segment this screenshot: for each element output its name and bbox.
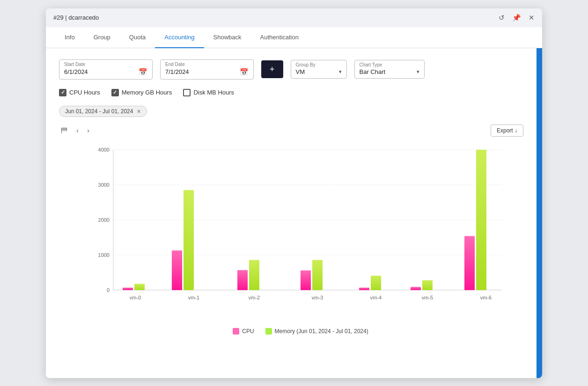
window-controls: ↺ 📌 ✕ [499, 14, 535, 22]
bar-chart-svg: 0 1000 2000 3000 4000 vm-0 [87, 145, 514, 323]
cpu-hours-check-icon: ✓ [61, 89, 65, 95]
start-date-value: 6/1/2024 [64, 68, 88, 75]
svg-rect-14 [172, 250, 182, 290]
svg-text:1000: 1000 [98, 252, 110, 258]
tab-showback[interactable]: Showback [204, 27, 251, 48]
checkboxes-row: ✓ CPU Hours ✓ Memory GB Hours Disk MB Ho… [59, 89, 523, 96]
bar-group-vm0: vm-0 [123, 284, 145, 300]
chart-type-label: Chart Type [360, 62, 419, 67]
date-range-pill: Jun 01, 2024 - Jul 01, 2024 × [59, 106, 147, 117]
window-title: #29 | dcarracedo [53, 14, 99, 21]
svg-text:vm-2: vm-2 [249, 295, 260, 300]
memory-gb-hours-check-icon: ✓ [113, 89, 117, 95]
cpu-hours-checkbox-box: ✓ [59, 89, 66, 96]
svg-rect-26 [411, 287, 421, 290]
chart-type-select[interactable]: Chart Type Bar Chart ▾ [354, 60, 425, 79]
bar-group-vm1: vm-1 [172, 190, 199, 300]
end-date-calendar-icon[interactable]: 📅 [240, 68, 249, 76]
date-range-close-icon[interactable]: × [137, 108, 140, 115]
svg-text:3000: 3000 [98, 182, 110, 188]
tab-bar: Info Group Quota Accounting Showback Aut… [46, 27, 542, 48]
svg-rect-27 [422, 280, 433, 290]
disk-mb-hours-checkbox[interactable]: Disk MB Hours [183, 89, 234, 96]
svg-text:vm-0: vm-0 [130, 295, 141, 300]
group-by-select[interactable]: Group By VM ▾ [291, 60, 347, 79]
close-icon[interactable]: ✕ [529, 14, 535, 22]
svg-text:vm-5: vm-5 [422, 295, 433, 300]
chart-type-chevron-icon: ▾ [417, 69, 419, 75]
start-date-field[interactable]: Start Date 6/1/2024 📅 [59, 59, 153, 80]
chart-area: 0 1000 2000 3000 4000 vm-0 [59, 140, 523, 367]
title-bar: #29 | dcarracedo ↺ 📌 ✕ [46, 8, 542, 27]
svg-text:vm-3: vm-3 [312, 295, 323, 300]
svg-rect-15 [184, 190, 194, 290]
memory-legend-label: Memory (Jun 01, 2024 - Jul 01, 2024) [275, 328, 368, 335]
memory-gb-hours-label: Memory GB Hours [122, 89, 172, 96]
tab-info[interactable]: Info [55, 27, 84, 48]
filter-icon[interactable]: ⛿ [59, 125, 70, 135]
start-date-calendar-icon[interactable]: 📅 [139, 68, 147, 76]
cpu-hours-label: CPU Hours [69, 89, 100, 96]
svg-rect-30 [476, 150, 486, 290]
bar-group-vm6: vm-6 [464, 150, 492, 300]
cpu-legend-label: CPU [242, 328, 254, 335]
chart-toolbar: ⛿ ‹ › Export ↓ [59, 124, 523, 137]
group-by-label: Group By [296, 62, 342, 67]
group-by-chevron-icon: ▾ [339, 69, 342, 75]
svg-rect-20 [301, 270, 311, 290]
svg-rect-11 [123, 287, 133, 290]
bar-group-vm4: vm-4 [359, 276, 382, 300]
prev-icon[interactable]: ‹ [74, 125, 81, 135]
chart-type-value: Bar Chart [360, 68, 386, 75]
start-date-label: Start Date [64, 62, 147, 67]
svg-rect-24 [371, 276, 381, 290]
legend-memory: Memory (Jun 01, 2024 - Jul 01, 2024) [265, 328, 368, 335]
chart-container: ⛿ ‹ › Export ↓ [59, 124, 523, 367]
content-area: Start Date 6/1/2024 📅 End Date 7/1/2024 … [46, 48, 537, 378]
next-icon[interactable]: › [85, 125, 91, 135]
pin-icon[interactable]: 📌 [512, 14, 521, 22]
end-date-field[interactable]: End Date 7/1/2024 📅 [160, 59, 254, 80]
svg-text:0: 0 [107, 287, 110, 293]
cpu-legend-color [233, 328, 239, 335]
date-range-text: Jun 01, 2024 - Jul 01, 2024 [65, 108, 133, 115]
controls-row: Start Date 6/1/2024 📅 End Date 7/1/2024 … [59, 59, 523, 80]
chart-legend: CPU Memory (Jun 01, 2024 - Jul 01, 2024) [87, 328, 514, 335]
memory-legend-color [265, 328, 272, 335]
svg-rect-29 [464, 236, 475, 290]
disk-mb-hours-label: Disk MB Hours [193, 89, 234, 96]
tab-authentication[interactable]: Authentication [251, 27, 308, 48]
bar-group-vm3: vm-3 [301, 260, 323, 300]
svg-text:vm-4: vm-4 [370, 295, 382, 300]
svg-text:4000: 4000 [98, 147, 110, 153]
svg-rect-12 [134, 284, 145, 290]
svg-rect-18 [249, 260, 259, 290]
export-button[interactable]: Export ↓ [491, 124, 523, 137]
tab-group[interactable]: Group [84, 27, 120, 48]
svg-text:vm-1: vm-1 [188, 295, 199, 300]
svg-text:vm-6: vm-6 [480, 295, 492, 300]
memory-gb-hours-checkbox-box: ✓ [111, 89, 119, 96]
group-by-value: VM [296, 68, 305, 75]
refresh-icon[interactable]: ↺ [499, 14, 505, 22]
tab-quota[interactable]: Quota [120, 27, 155, 48]
main-window: #29 | dcarracedo ↺ 📌 ✕ Info Group Quota … [46, 8, 542, 378]
chart-toolbar-left: ⛿ ‹ › [59, 125, 91, 135]
end-date-value: 7/1/2024 [165, 68, 189, 75]
legend-cpu: CPU [233, 328, 254, 335]
bar-group-vm2: vm-2 [237, 260, 260, 300]
right-sidebar-bar [537, 48, 542, 378]
end-date-label: End Date [165, 62, 249, 67]
disk-mb-hours-checkbox-box [183, 89, 191, 96]
memory-gb-hours-checkbox[interactable]: ✓ Memory GB Hours [111, 89, 172, 96]
tab-accounting[interactable]: Accounting [155, 27, 204, 48]
svg-rect-21 [312, 260, 323, 290]
add-button[interactable]: + [261, 60, 283, 78]
svg-text:2000: 2000 [98, 217, 110, 223]
cpu-hours-checkbox[interactable]: ✓ CPU Hours [59, 89, 100, 96]
svg-rect-17 [237, 270, 248, 290]
svg-rect-23 [359, 287, 369, 290]
